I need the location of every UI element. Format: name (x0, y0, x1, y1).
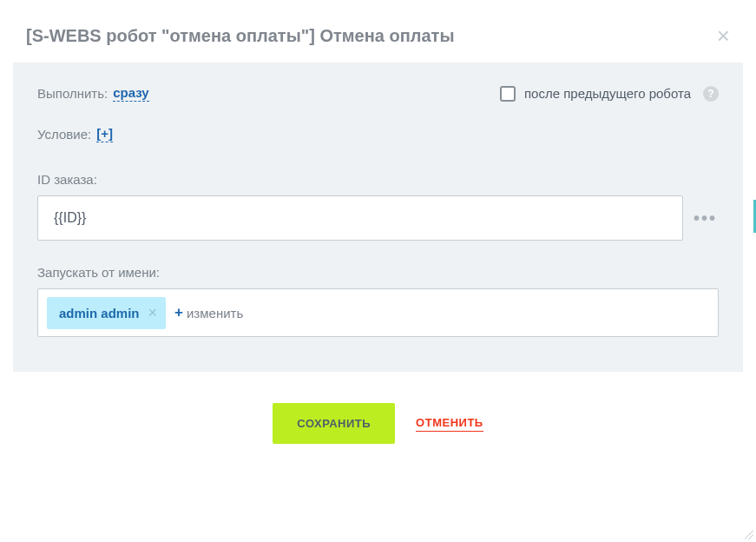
run-as-label: Запускать от имени: (37, 265, 719, 280)
change-user-link[interactable]: + изменить (174, 304, 243, 321)
robot-settings-modal: [S-WEBS робот "отмена оплаты"] Отмена оп… (0, 0, 756, 542)
add-condition-button[interactable]: [+] (96, 126, 113, 142)
more-options-icon[interactable]: ••• (692, 208, 719, 228)
order-id-input-wrapper: ••• (37, 195, 719, 241)
resize-handle[interactable] (742, 528, 753, 539)
condition-row: Условие: [+] (37, 126, 719, 142)
user-chip: admin admin × (47, 297, 166, 329)
after-robot-group: после предыдущего робота ? (500, 86, 719, 102)
execute-group: Выполнить: сразу (37, 85, 149, 102)
remove-user-icon[interactable]: × (148, 304, 158, 322)
cancel-button[interactable]: ОТМЕНИТЬ (416, 416, 483, 432)
content-panel: Выполнить: сразу после предыдущего робот… (13, 63, 743, 372)
after-robot-checkbox[interactable] (500, 86, 516, 102)
order-id-label: ID заказа: (37, 172, 719, 187)
execute-row: Выполнить: сразу после предыдущего робот… (37, 85, 719, 102)
save-button[interactable]: СОХРАНИТЬ (273, 403, 395, 444)
order-id-input[interactable] (37, 195, 683, 241)
close-button[interactable]: × (717, 24, 730, 47)
execute-value-link[interactable]: сразу (113, 85, 148, 102)
condition-label: Условие: (37, 127, 91, 142)
plus-icon: + (174, 304, 183, 321)
user-selector[interactable]: admin admin × + изменить (37, 288, 719, 337)
modal-header: [S-WEBS робот "отмена оплаты"] Отмена оп… (0, 0, 756, 63)
after-robot-label: после предыдущего робота (524, 86, 691, 101)
modal-footer: СОХРАНИТЬ ОТМЕНИТЬ (0, 372, 756, 475)
change-user-text: изменить (187, 306, 243, 321)
execute-label: Выполнить: (37, 86, 108, 101)
user-chip-name: admin admin (59, 306, 140, 321)
modal-title: [S-WEBS робот "отмена оплаты"] Отмена оп… (26, 26, 454, 46)
help-icon[interactable]: ? (703, 86, 719, 102)
